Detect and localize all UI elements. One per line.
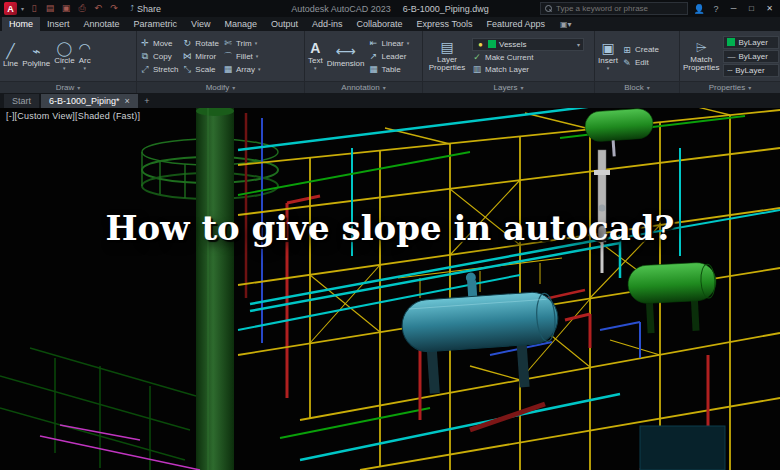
- share-icon: ⤴: [130, 4, 134, 13]
- panel-label-modify[interactable]: Modify: [137, 81, 304, 93]
- edit-block-button[interactable]: ✎Edit: [622, 57, 659, 68]
- drawing-viewport[interactable]: [-][Custom View][Shaded (Fast)] How to g…: [0, 108, 780, 470]
- stretch-button[interactable]: ⤢Stretch: [140, 64, 178, 75]
- lineweight-select[interactable]: — ByLayer: [723, 50, 779, 63]
- panel-modify-body: ✛Move ⧉Copy ⤢Stretch ↻Rotate ⋈Mirror ⤡Sc…: [137, 31, 304, 81]
- piping-3d-model: [0, 108, 780, 470]
- current-layer-name: Vessels: [499, 40, 527, 49]
- panel-label-properties[interactable]: Properties: [680, 81, 780, 93]
- insert-button[interactable]: ▣ Insert ▾: [598, 41, 618, 71]
- polyline-button[interactable]: ⌁ Polyline: [22, 44, 50, 68]
- text-label: Text: [308, 57, 323, 65]
- maximize-button[interactable]: □: [745, 4, 758, 13]
- linear-button[interactable]: ⇤Linear▾: [368, 38, 409, 49]
- array-dropdown-icon[interactable]: ▾: [258, 66, 261, 72]
- panel-label-block[interactable]: Block: [595, 81, 679, 93]
- file-tab-document[interactable]: 6-B-1000_Piping* ×: [41, 94, 138, 108]
- share-label: Share: [137, 4, 161, 14]
- trim-dropdown-icon[interactable]: ▾: [255, 40, 258, 46]
- move-button[interactable]: ✛Move: [140, 38, 178, 49]
- ribbon-options-icon[interactable]: ▣▾: [560, 17, 572, 31]
- panel-label-draw[interactable]: Draw: [0, 81, 136, 93]
- modify-col-1: ✛Move ⧉Copy ⤢Stretch: [140, 38, 178, 75]
- array-label: Array: [236, 65, 255, 74]
- redo-icon[interactable]: ↷: [108, 0, 120, 17]
- tab-manage[interactable]: Manage: [217, 17, 264, 31]
- search-input[interactable]: [556, 4, 683, 13]
- circle-dropdown-icon[interactable]: ▾: [63, 66, 66, 71]
- object-color-select[interactable]: ByLayer: [723, 36, 779, 49]
- linetype-select[interactable]: ┄ ByLayer: [723, 64, 779, 77]
- modify-col-2: ↻Rotate ⋈Mirror ⤡Scale: [182, 38, 219, 75]
- viewport-controls[interactable]: [-][Custom View][Shaded (Fast)]: [6, 111, 140, 121]
- dimension-button[interactable]: ⟷ Dimension: [327, 44, 365, 68]
- insert-dropdown-icon[interactable]: ▾: [607, 66, 610, 71]
- fillet-dropdown-icon[interactable]: ▾: [256, 53, 259, 59]
- trim-button[interactable]: ✄Trim▾: [223, 38, 261, 49]
- tab-collaborate[interactable]: Collaborate: [350, 17, 410, 31]
- make-current-button[interactable]: ✓ Make Current: [472, 52, 584, 63]
- fillet-button[interactable]: ⌒Fillet▾: [223, 51, 261, 62]
- tab-home[interactable]: Home: [2, 17, 40, 31]
- document-title: 6-B-1000_Piping.dwg: [403, 4, 489, 14]
- table-button[interactable]: ▦Table: [368, 64, 409, 75]
- text-button[interactable]: A Text ▾: [308, 41, 323, 71]
- save-icon[interactable]: ▣: [60, 0, 72, 17]
- minimize-button[interactable]: ─: [727, 4, 740, 13]
- tab-express-tools[interactable]: Express Tools: [410, 17, 480, 31]
- tab-insert[interactable]: Insert: [40, 17, 77, 31]
- copy-icon: ⧉: [140, 51, 150, 62]
- layer-select-caret-icon: ▾: [577, 41, 580, 48]
- new-file-icon[interactable]: ▯: [28, 0, 40, 17]
- line-button[interactable]: ╱ Line: [3, 44, 18, 68]
- panel-modify: ✛Move ⧉Copy ⤢Stretch ↻Rotate ⋈Mirror ⤡Sc…: [137, 31, 305, 93]
- polyline-icon: ⌁: [32, 44, 40, 59]
- plot-icon[interactable]: ⎙: [76, 0, 88, 17]
- make-current-label: Make Current: [485, 53, 533, 62]
- panel-label-annotation[interactable]: Annotation: [305, 81, 422, 93]
- close-button[interactable]: ✕: [763, 4, 776, 13]
- match-properties-button[interactable]: ⌲ Match Properties: [683, 40, 719, 72]
- layer-select[interactable]: ● Vessels ▾: [472, 38, 584, 51]
- help-icon[interactable]: ?: [710, 4, 722, 14]
- panel-label-layers[interactable]: Layers: [423, 81, 594, 93]
- app-menu-chevron-icon[interactable]: ▾: [21, 5, 24, 12]
- tab-featured-apps[interactable]: Featured Apps: [479, 17, 552, 31]
- tab-view[interactable]: View: [184, 17, 217, 31]
- close-tab-icon[interactable]: ×: [125, 96, 130, 106]
- app-logo[interactable]: A: [4, 2, 17, 15]
- leader-button[interactable]: ↗Leader: [368, 51, 409, 62]
- rotate-button[interactable]: ↻Rotate: [182, 38, 219, 49]
- circle-button[interactable]: ◯ Circle ▾: [54, 41, 74, 71]
- scale-button[interactable]: ⤡Scale: [182, 64, 219, 75]
- match-layer-icon: ▥: [472, 64, 482, 74]
- text-icon: A: [310, 41, 320, 56]
- copy-label: Copy: [153, 52, 172, 61]
- help-search[interactable]: [540, 2, 688, 15]
- new-tab-button[interactable]: +: [140, 94, 154, 108]
- undo-icon[interactable]: ↶: [92, 0, 104, 17]
- text-dropdown-icon[interactable]: ▾: [314, 66, 317, 71]
- array-button[interactable]: ▦Array▾: [223, 64, 261, 75]
- scale-icon: ⤡: [182, 64, 192, 75]
- circle-label: Circle: [54, 57, 74, 65]
- panel-annotation-body: A Text ▾ ⟷ Dimension ⇤Linear▾ ↗Leader ▦T…: [305, 31, 422, 81]
- copy-button[interactable]: ⧉Copy: [140, 51, 178, 62]
- create-block-button[interactable]: ⊞Create: [622, 44, 659, 55]
- sign-in-icon[interactable]: 👤: [693, 4, 705, 14]
- tab-output[interactable]: Output: [264, 17, 305, 31]
- lineweight-value: ByLayer: [738, 52, 767, 61]
- open-file-icon[interactable]: ▤: [44, 0, 56, 17]
- arc-dropdown-icon[interactable]: ▾: [83, 66, 86, 71]
- match-layer-button[interactable]: ▥ Match Layer: [472, 64, 584, 75]
- tab-parametric[interactable]: Parametric: [127, 17, 185, 31]
- linear-dropdown-icon[interactable]: ▾: [407, 40, 410, 46]
- panel-layers-body: ▤ Layer Properties ● Vessels ▾ ✓ Make Cu…: [423, 31, 594, 81]
- tab-annotate[interactable]: Annotate: [77, 17, 127, 31]
- mirror-button[interactable]: ⋈Mirror: [182, 51, 219, 62]
- layer-properties-button[interactable]: ▤ Layer Properties: [426, 40, 468, 72]
- arc-button[interactable]: ◠ Arc ▾: [79, 41, 91, 71]
- share-button[interactable]: ⤴ Share: [130, 4, 161, 14]
- file-tab-start[interactable]: Start: [4, 94, 39, 108]
- tab-add-ins[interactable]: Add-ins: [305, 17, 350, 31]
